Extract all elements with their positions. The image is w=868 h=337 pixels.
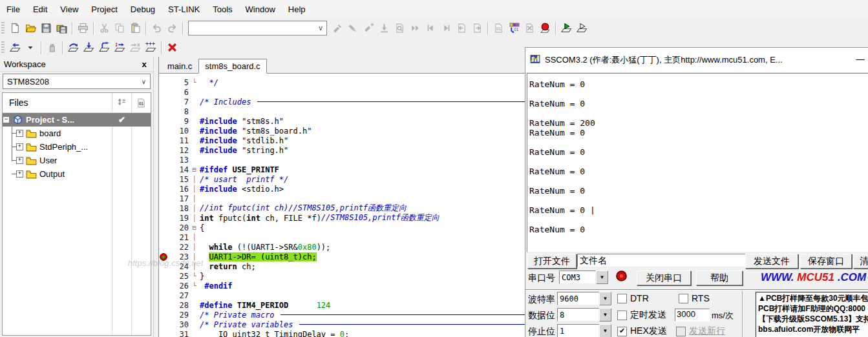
minimize-button[interactable]: — [852,52,868,67]
tree-item-project[interactable]: −Project - S...✔ [3,113,151,127]
step-fast-icon[interactable]: +++ [143,40,158,56]
pause-hand-icon[interactable] [44,40,59,56]
run-icon[interactable] [558,21,574,36]
help-button[interactable]: 帮助 [696,271,743,285]
mcu51-link[interactable]: WWW. MCU51 .COM [761,271,866,285]
expand-icon[interactable]: + [16,170,23,178]
expand-icon[interactable]: + [16,130,23,137]
toolbar-grip[interactable] [1,22,5,35]
print-icon[interactable] [75,21,90,36]
continue-icon[interactable] [7,40,23,56]
chip-reset-icon[interactable] [537,21,553,36]
caret-down-icon[interactable] [23,40,38,56]
step-into-icon[interactable] [81,40,96,56]
tree-item-user[interactable]: +User [3,154,151,167]
filename-input[interactable]: 文件名 [577,254,746,267]
redo-icon[interactable] [164,21,180,36]
menu-tools[interactable]: Tools [206,1,238,18]
menu-help[interactable]: Help [282,1,312,18]
paste-icon[interactable] [127,21,143,36]
interval-input[interactable]: 3000 [675,309,710,322]
tree-item-stdperiph[interactable]: +StdPeriph_... [3,140,151,154]
browse-next-icon[interactable] [345,21,361,36]
binary-view-icon[interactable]: 01 [506,21,522,36]
browse-goto-icon[interactable] [376,21,392,36]
tab-stm8s-board-c[interactable]: stm8s_board.c [198,59,266,74]
menu-file[interactable]: File [0,1,26,18]
sort-files-icon[interactable] [113,97,132,108]
close-serial-button[interactable]: 关闭串口 [637,271,691,285]
send-newline-checkbox[interactable]: 发送新行 [676,325,725,337]
find-combobox[interactable]: ∨ [188,21,327,36]
new-file-icon[interactable] [7,21,23,36]
run-outline-icon[interactable] [574,21,589,36]
menu-stlink[interactable]: ST-LINK [162,1,206,18]
undo-icon[interactable] [149,21,164,36]
fold-toggle-icon[interactable]: ⊟ [189,166,200,173]
stop-debug-icon[interactable] [164,40,180,56]
workspace-header: Workspace x [0,57,153,72]
save-window-button[interactable]: 保存窗口 [800,254,852,269]
tab-main-c[interactable]: main.c [162,59,198,73]
menu-view[interactable]: View [54,1,85,18]
step-instruction-icon[interactable] [112,40,127,56]
step-over-icon[interactable] [65,40,81,56]
clear-window-button[interactable]: 清除窗口 [853,254,868,269]
close-icon[interactable]: x [139,59,149,69]
run-to-cursor-icon[interactable] [127,40,143,56]
folder-icon [26,156,37,166]
browse-assign-icon[interactable] [330,21,345,36]
copy-icon[interactable] [112,21,127,36]
doc-back-icon[interactable] [454,21,469,36]
dropdown-arrow-icon[interactable]: ▼ [599,292,611,305]
doc-binary-icon[interactable]: 01 [491,21,506,36]
expand-icon[interactable]: + [16,143,23,150]
send-file-button[interactable]: 发送文件 [745,254,798,269]
serial-terminal[interactable]: RateNum = 0 RateNum = 0 RateNum = 200 Ra… [527,73,868,252]
line-number: 15 [167,175,189,184]
preview-icon[interactable] [392,21,407,36]
sscom-window: SSCOM3.2 (作者:聂小猛(丁丁), 主页http://www.mcu51… [525,47,868,337]
tree-item-board[interactable]: +board [3,127,151,140]
serial-port-select[interactable]: COM3 ▼ [559,271,608,284]
save-icon[interactable] [38,21,54,36]
sscom-title-bar[interactable]: SSCOM3.2 (作者:聂小猛(丁丁), 主页http://www.mcu51… [525,48,868,73]
cut-icon[interactable] [96,21,112,36]
fold-toggle-icon[interactable]: ⊟ [189,224,200,231]
go-back-icon[interactable] [423,21,438,36]
collapse-icon[interactable]: − [3,116,10,123]
expand-icon[interactable]: + [16,157,23,164]
baud-select[interactable]: 9600 ▼ [557,292,611,305]
timed-send-checkbox[interactable]: 定时发送 [617,309,666,321]
dropdown-arrow-icon[interactable]: ▼ [599,308,611,322]
dropdown-arrow-icon[interactable]: ▼ [599,324,611,337]
tree-item-output[interactable]: +Output [3,167,151,181]
rts-label: RTS [692,293,710,303]
configuration-select[interactable]: STM8S208 ∨ [3,74,151,89]
open-file-button[interactable]: 打开文件 [527,254,577,269]
menu-edit[interactable]: Edit [26,1,54,18]
menu-project[interactable]: Project [85,1,123,18]
browse-add-icon[interactable] [361,21,376,36]
hex-send-checkbox[interactable]: HEX发送 [617,325,667,337]
open-file-icon[interactable] [23,21,38,36]
save-all-icon[interactable] [54,21,69,36]
go-forward-icon[interactable] [438,21,454,36]
menu-debug[interactable]: Debug [124,1,162,18]
dropdown-arrow-icon[interactable]: ▼ [596,271,608,284]
dtr-checkbox[interactable]: DTR [617,293,649,303]
rts-checkbox[interactable]: RTS [679,293,710,303]
step-out-icon[interactable] [96,40,112,56]
binary-doc-icon[interactable]: 01 [132,97,151,108]
breakpoint-pc-icon[interactable] [159,253,167,261]
fast-forward-icon[interactable] [407,21,423,36]
doc-discard-icon[interactable] [522,21,537,36]
tree-item-label: board [39,128,112,138]
menu-window[interactable]: Window [239,1,282,18]
ad-line: PCB打样请加F助理的QQ:8000 [758,303,868,314]
stopbits-select[interactable]: 1 ▼ [557,324,611,337]
fold-line: │ [189,176,200,183]
doc-forward-icon[interactable] [469,21,485,36]
toolbar-grip[interactable] [1,41,5,54]
databits-select[interactable]: 8 ▼ [557,308,611,322]
